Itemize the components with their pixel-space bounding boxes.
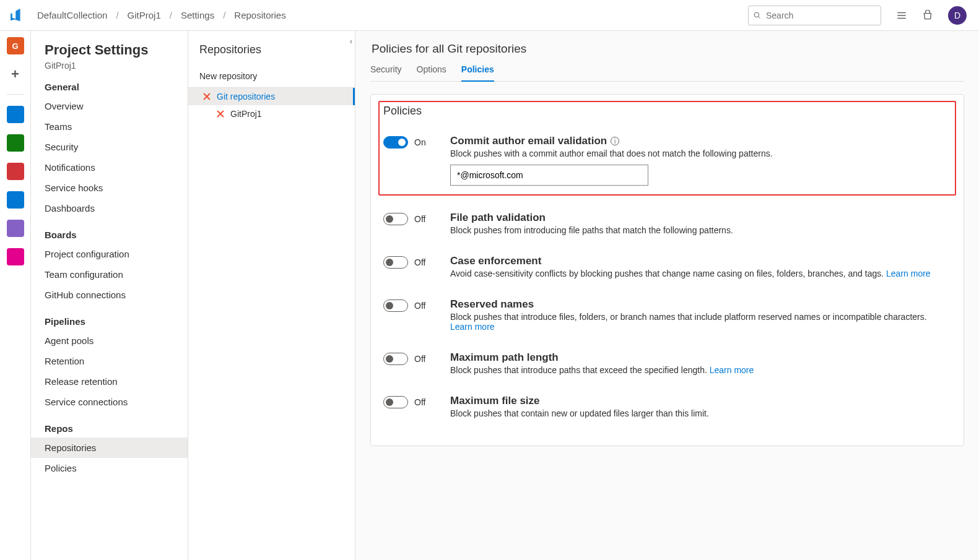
list-icon[interactable] <box>896 10 907 21</box>
toggle-state-label: On <box>414 137 426 147</box>
policy-row-file-path: OffFile path validationBlock pushes from… <box>383 202 951 245</box>
breadcrumb-sep: / <box>223 10 225 20</box>
policy-body: Case enforcementAvoid case-sensitivity c… <box>450 255 951 278</box>
policy-row-commit-email: PoliciesOnCommit author email validation… <box>378 101 956 196</box>
rail-pipelines-icon[interactable] <box>7 163 24 180</box>
toggle-case-enf[interactable] <box>383 256 408 269</box>
breadcrumb-item[interactable]: DefaultCollection <box>37 10 107 20</box>
marketplace-icon[interactable] <box>922 10 933 21</box>
policies-card-heading: Policies <box>383 105 951 118</box>
policy-row-max-path: OffMaximum path lengthBlock pushes that … <box>383 342 951 385</box>
toggle-wrap: Off <box>383 395 437 408</box>
settings-item-service-hooks[interactable]: Service hooks <box>31 178 188 198</box>
learn-more-link[interactable]: Learn more <box>710 365 754 375</box>
policy-title: Reserved names <box>450 298 951 311</box>
policy-row-case-enf: OffCase enforcementAvoid case-sensitivit… <box>383 245 951 288</box>
settings-item-agent-pools[interactable]: Agent pools <box>31 330 188 351</box>
breadcrumb-sep: / <box>170 10 172 20</box>
toggle-commit-email[interactable] <box>383 136 408 149</box>
policy-body: Commit author email validationiBlock pus… <box>450 135 951 186</box>
policy-row-reserved: OffReserved namesBlock pushes that intro… <box>383 288 951 342</box>
policy-title: Case enforcement <box>450 255 951 267</box>
policy-desc: Block pushes that contain new or updated… <box>450 408 951 418</box>
settings-item-repositories[interactable]: Repositories <box>31 437 188 458</box>
policy-title: Maximum path length <box>450 351 951 364</box>
avatar[interactable]: D <box>948 6 967 25</box>
page-title: Policies for all Git repositories <box>372 42 964 56</box>
search-box[interactable] <box>748 6 881 25</box>
settings-item-github-connections[interactable]: GitHub connections <box>31 285 188 305</box>
policy-body: File path validationBlock pushes from in… <box>450 212 951 235</box>
settings-item-release-retention[interactable]: Release retention <box>31 371 188 392</box>
topbar-actions: D <box>896 6 969 25</box>
breadcrumb-sep: / <box>116 10 118 20</box>
rail-add-icon[interactable]: + <box>7 66 24 83</box>
policy-desc: Block pushes that introduce files, folde… <box>450 312 951 332</box>
tab-security[interactable]: Security <box>370 64 402 81</box>
tab-options[interactable]: Options <box>417 64 446 81</box>
toggle-state-label: Off <box>414 397 425 407</box>
settings-item-project-configuration[interactable]: Project configuration <box>31 244 188 264</box>
toggle-reserved[interactable] <box>383 299 408 312</box>
azure-devops-logo-icon[interactable] <box>10 8 25 23</box>
breadcrumb-item[interactable]: GitProj1 <box>128 10 161 20</box>
new-repository-link[interactable]: New repository <box>188 65 355 88</box>
settings-heading: Project Settings <box>45 42 188 58</box>
main-content: Policies for all Git repositories Securi… <box>355 31 979 560</box>
settings-item-notifications[interactable]: Notifications <box>31 157 188 178</box>
policy-body: Maximum path lengthBlock pushes that int… <box>450 351 951 375</box>
tab-bar: SecurityOptionsPolicies <box>370 64 964 82</box>
breadcrumb-item[interactable]: Settings <box>181 10 214 20</box>
tree-repo-item[interactable]: GitProj1 <box>188 105 355 123</box>
rail-market-icon[interactable] <box>7 248 24 265</box>
nav-rail: G+ <box>0 31 31 560</box>
toggle-max-path[interactable] <box>383 353 408 365</box>
settings-item-policies[interactable]: Policies <box>31 458 188 478</box>
svg-point-0 <box>754 12 759 17</box>
repos-subnav: ‹ Repositories New repository Git reposi… <box>188 31 355 560</box>
learn-more-link[interactable]: Learn more <box>886 269 931 278</box>
policy-title: File path validation <box>450 212 951 224</box>
policy-title: Maximum file size <box>450 395 951 407</box>
collapse-chevron-icon[interactable]: ‹ <box>350 37 352 46</box>
toggle-state-label: Off <box>414 354 425 364</box>
toggle-wrap: Off <box>383 212 437 225</box>
breadcrumb-item[interactable]: Repositories <box>234 10 285 20</box>
toggle-wrap: Off <box>383 351 437 365</box>
settings-item-overview[interactable]: Overview <box>31 96 188 116</box>
breadcrumb: DefaultCollection / GitProj1 / Settings … <box>37 10 748 20</box>
policy-input-commit-email[interactable] <box>450 165 648 186</box>
rail-boards-icon[interactable] <box>7 106 24 123</box>
rail-project-icon[interactable]: G <box>7 37 24 54</box>
repos-heading: Repositories <box>199 43 355 56</box>
settings-item-security[interactable]: Security <box>31 137 188 157</box>
tree-root-label: Git repositories <box>217 92 275 101</box>
learn-more-link[interactable]: Learn more <box>450 322 495 332</box>
git-icon <box>215 109 225 119</box>
search-input[interactable] <box>765 10 876 21</box>
toggle-file-path[interactable] <box>383 213 408 225</box>
tree-git-repositories[interactable]: Git repositories <box>188 88 355 105</box>
settings-group-title: Pipelines <box>45 316 188 327</box>
settings-group-title: Repos <box>45 423 188 434</box>
settings-item-service-connections[interactable]: Service connections <box>31 392 188 412</box>
toggle-max-file[interactable] <box>383 396 408 408</box>
settings-item-team-configuration[interactable]: Team configuration <box>31 264 188 285</box>
policy-desc: Block pushes from introducing file paths… <box>450 225 951 235</box>
topbar: DefaultCollection / GitProj1 / Settings … <box>0 0 979 31</box>
rail-repos-icon[interactable] <box>7 134 24 152</box>
settings-group-title: General <box>45 82 188 92</box>
toggle-state-label: Off <box>414 257 425 267</box>
policy-row-max-file: OffMaximum file sizeBlock pushes that co… <box>383 385 951 428</box>
info-icon[interactable]: i <box>611 137 619 145</box>
settings-item-dashboards[interactable]: Dashboards <box>31 198 188 218</box>
settings-nav: Project Settings GitProj1 GeneralOvervie… <box>31 31 188 560</box>
settings-item-retention[interactable]: Retention <box>31 351 188 371</box>
rail-test-icon[interactable] <box>7 191 24 209</box>
toggle-wrap: Off <box>383 298 437 312</box>
tab-policies[interactable]: Policies <box>461 64 494 82</box>
toggle-state-label: Off <box>414 214 425 224</box>
settings-item-teams[interactable]: Teams <box>31 116 188 137</box>
rail-artifacts-icon[interactable] <box>7 220 24 237</box>
toggle-state-label: Off <box>414 301 425 311</box>
